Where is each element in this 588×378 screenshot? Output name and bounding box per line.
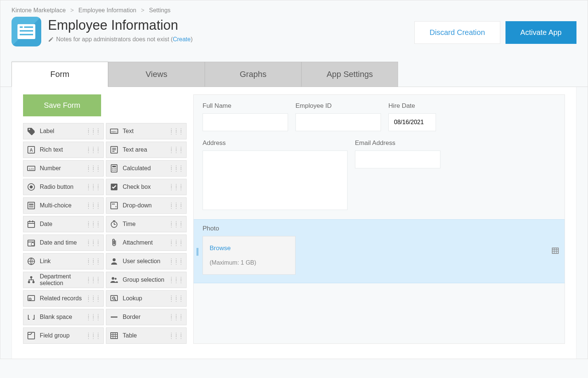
field-type-dropdown[interactable]: Drop-down⋮⋮⋮⋮⋮⋮ [106, 197, 187, 214]
field-type-multichoice[interactable]: Multi-choice⋮⋮⋮⋮⋮⋮ [23, 197, 104, 214]
browse-button[interactable]: Browse [210, 245, 288, 252]
hire-date-input[interactable] [388, 113, 436, 131]
field-employee-id[interactable]: Employee ID [295, 102, 381, 131]
activate-button[interactable]: Activate App [505, 21, 576, 44]
svg-rect-11 [112, 166, 116, 167]
field-type-related[interactable]: Related records⋮⋮⋮⋮⋮⋮ [23, 290, 104, 307]
svg-point-45 [115, 278, 117, 280]
tag-icon [26, 126, 36, 136]
group-icon [109, 275, 119, 285]
form-canvas[interactable]: Full Name Employee ID Hire Date Address [193, 94, 565, 344]
breadcrumb-separator: > [141, 7, 144, 13]
field-type-blank[interactable]: Blank space⋮⋮⋮⋮⋮⋮ [23, 309, 104, 325]
blank-icon [26, 312, 36, 322]
svg-point-19 [30, 185, 33, 188]
save-form-button[interactable]: Save Form [23, 94, 101, 116]
create-note-link[interactable]: Create [173, 36, 191, 42]
tab-app-settings[interactable]: App Settings [301, 62, 398, 87]
calculator-icon [109, 164, 119, 173]
breadcrumb-link-app[interactable]: Employee Information [78, 7, 136, 13]
clock-icon [109, 219, 119, 229]
table-icon[interactable] [551, 247, 559, 256]
field-label: Photo [203, 225, 556, 232]
field-type-group[interactable]: Group selection⋮⋮⋮⋮⋮⋮ [106, 272, 187, 288]
datetime-icon [26, 238, 36, 248]
radio-icon [26, 182, 36, 192]
field-label: Full Name [203, 102, 288, 110]
field-address[interactable]: Address [203, 139, 348, 211]
full-name-input[interactable] [203, 113, 288, 131]
svg-text:123: 123 [29, 167, 34, 171]
table-icon [109, 331, 119, 340]
svg-point-15 [112, 170, 113, 171]
field-type-number[interactable]: 123Number⋮⋮⋮⋮⋮⋮ [23, 160, 104, 177]
svg-point-48 [30, 299, 30, 300]
svg-point-44 [112, 277, 114, 280]
field-hire-date[interactable]: Hire Date [388, 102, 436, 131]
max-size-text: (Maximum: 1 GB) [210, 259, 288, 266]
svg-point-17 [115, 170, 116, 171]
field-type-datetime[interactable]: Date and time⋮⋮⋮⋮⋮⋮ [23, 235, 104, 251]
field-type-date[interactable]: Date⋮⋮⋮⋮⋮⋮ [23, 216, 104, 232]
fieldgroup-icon [26, 331, 36, 340]
field-type-user[interactable]: User selection⋮⋮⋮⋮⋮⋮ [106, 253, 187, 269]
field-type-checkbox[interactable]: Check box⋮⋮⋮⋮⋮⋮ [106, 179, 187, 195]
svg-point-16 [114, 170, 114, 171]
svg-point-40 [113, 258, 116, 261]
svg-marker-27 [115, 206, 117, 207]
field-type-text[interactable]: ABCText⋮⋮⋮⋮⋮⋮ [106, 123, 187, 139]
field-type-table[interactable]: Table⋮⋮⋮⋮⋮⋮ [106, 327, 187, 344]
border-icon [109, 312, 119, 322]
tabs: Form Views Graphs App Settings [0, 61, 588, 87]
svg-point-41 [30, 276, 32, 278]
org-icon [26, 275, 36, 285]
dropdown-icon [109, 201, 119, 210]
field-label: Hire Date [388, 102, 436, 110]
field-type-border[interactable]: Border⋮⋮⋮⋮⋮⋮ [106, 309, 187, 325]
field-type-time[interactable]: Time⋮⋮⋮⋮⋮⋮ [106, 216, 187, 232]
number-icon: 123 [26, 164, 36, 173]
email-input[interactable] [355, 151, 440, 168]
field-type-textarea[interactable]: Text area⋮⋮⋮⋮⋮⋮ [106, 142, 187, 158]
breadcrumb-link-marketplace[interactable]: Kintone Marketplace [12, 7, 66, 13]
field-type-radio[interactable]: Radio button⋮⋮⋮⋮⋮⋮ [23, 179, 104, 195]
calendar-icon [26, 219, 36, 229]
svg-rect-59 [552, 248, 559, 253]
svg-point-43 [32, 281, 35, 283]
employee-id-input[interactable] [295, 113, 381, 131]
svg-rect-22 [29, 204, 33, 205]
field-type-fieldgroup[interactable]: Field group⋮⋮⋮⋮⋮⋮ [23, 327, 104, 344]
field-label: Employee ID [295, 102, 381, 110]
field-email[interactable]: Email Address [355, 139, 440, 211]
richtext-icon: A [26, 145, 36, 155]
field-type-department[interactable]: Department selection⋮⋮⋮⋮⋮⋮ [23, 272, 104, 288]
tab-views[interactable]: Views [108, 62, 205, 87]
field-type-attachment[interactable]: Attachment⋮⋮⋮⋮⋮⋮ [106, 235, 187, 251]
field-type-richtext[interactable]: ARich text⋮⋮⋮⋮⋮⋮ [23, 142, 104, 158]
svg-line-51 [114, 299, 116, 300]
svg-rect-54 [111, 333, 117, 339]
svg-rect-21 [28, 202, 35, 209]
field-type-lookup[interactable]: Lookup⋮⋮⋮⋮⋮⋮ [106, 290, 187, 307]
tab-graphs[interactable]: Graphs [205, 62, 301, 87]
svg-text:A: A [30, 148, 33, 153]
svg-rect-28 [28, 222, 35, 227]
discard-button[interactable]: Discard Creation [414, 21, 500, 44]
lookup-icon [109, 294, 119, 303]
field-type-link[interactable]: Link⋮⋮⋮⋮⋮⋮ [23, 253, 104, 269]
address-input[interactable] [203, 151, 348, 210]
edit-note-icon [48, 36, 54, 42]
svg-point-38 [31, 243, 34, 246]
breadcrumb: Kintone Marketplace > Employee Informati… [12, 7, 576, 14]
field-type-calculated[interactable]: Calculated⋮⋮⋮⋮⋮⋮ [106, 160, 187, 177]
svg-point-12 [112, 168, 113, 169]
tab-form[interactable]: Form [12, 62, 108, 87]
user-icon [109, 256, 119, 266]
field-type-label[interactable]: Label⋮⋮⋮⋮⋮⋮ [23, 123, 104, 139]
svg-point-42 [28, 281, 30, 283]
field-full-name[interactable]: Full Name [203, 102, 288, 131]
drag-handle-icon[interactable]: || [196, 246, 198, 256]
field-palette: Save Form Label⋮⋮⋮⋮⋮⋮ ABCText⋮⋮⋮⋮⋮⋮ ARic… [23, 94, 187, 344]
field-photo[interactable]: || Photo Browse (Maximum: 1 GB) [194, 219, 565, 283]
field-label: Address [203, 139, 348, 147]
